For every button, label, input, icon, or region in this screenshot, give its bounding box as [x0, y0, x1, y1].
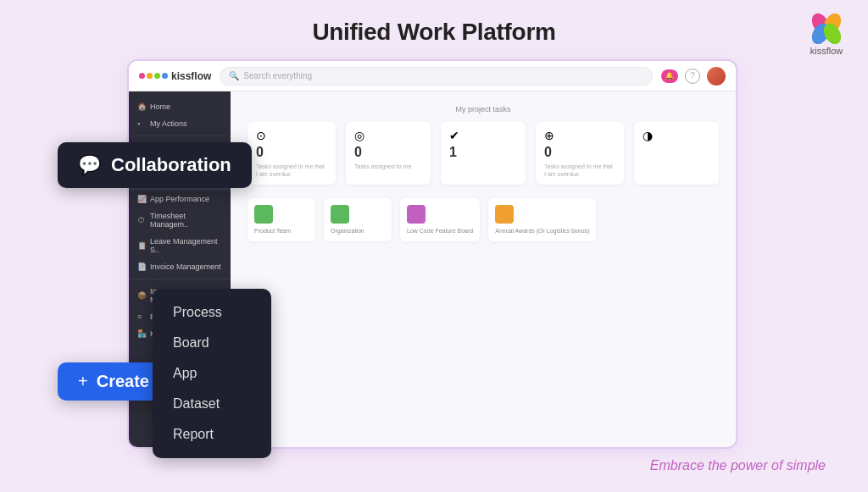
sidebar-item-timesheet[interactable]: ⏱ Timesheet Managem.. [129, 207, 231, 233]
project-card-3[interactable]: Annual Awards (Or Logistics bonus) [488, 198, 596, 241]
dot-red [139, 73, 145, 79]
sidebar-item-invoice-label: Invoice Management [150, 263, 221, 271]
search-placeholder: Search everything [243, 71, 312, 80]
search-icon: 🔍 [229, 71, 239, 80]
sidebar-item-timesheet-label: Timesheet Managem.. [150, 212, 222, 229]
kissflow-logo-corner: kissflow [809, 12, 844, 56]
actions-icon: ▪ [137, 119, 146, 128]
sidebar-item-home-label: Home [150, 102, 170, 111]
browser-logo-text: kissflow [171, 70, 211, 82]
collaboration-icon: 💬 [78, 154, 101, 176]
project-card-label-1: Organization [331, 227, 364, 235]
stat-card-2: ✔ 1 [441, 122, 526, 185]
home-icon: 🏠 [137, 102, 146, 111]
topbar-icons: 🔔 ? [661, 67, 726, 86]
stat-icon-3: ⊕ [544, 129, 615, 142]
projects-row: Product Team Organization Low Code Featu… [248, 198, 719, 241]
sidebar-item-home[interactable]: 🏠 Home [129, 98, 231, 115]
create-menu-item-app[interactable]: App [153, 358, 271, 389]
project-card-0[interactable]: Product Team [248, 198, 315, 241]
project-card-2[interactable]: Low Code Feature Board [400, 198, 480, 241]
stat-label-3: Tasks assigned to me that I am overdue [544, 163, 615, 178]
browser-topbar: kissflow 🔍 Search everything 🔔 ? [129, 61, 736, 91]
dot-blue [162, 73, 168, 79]
perf-icon: 📈 [137, 195, 146, 203]
stats-row: ⊙ 0 Tasks assigned to me that I am overd… [248, 122, 719, 185]
project-card-icon-3 [495, 205, 514, 224]
notification-icon[interactable]: 🔔 [661, 69, 678, 83]
project-card-icon-1 [331, 205, 349, 224]
project-card-label-0: Product Team [254, 227, 291, 235]
create-menu-item-dataset[interactable]: Dataset [153, 389, 271, 419]
collaboration-popup[interactable]: 💬 Collaboration [58, 142, 252, 188]
project-card-icon-2 [407, 205, 426, 224]
create-menu: Process Board App Dataset Report [153, 289, 271, 458]
sidebar-item-appperformance-label: App Performance [150, 195, 209, 203]
sidebar-divider-2 [129, 279, 231, 279]
inventory-icon: 📦 [137, 291, 146, 300]
stat-icon-2: ✔ [449, 129, 517, 142]
project-card-label-2: Low Code Feature Board [407, 227, 473, 235]
dot-yellow [147, 73, 153, 79]
stat-card-1: ◎ 0 Tasks assigned to me [346, 122, 431, 185]
stat-icon-1: ◎ [354, 129, 422, 142]
stat-number-0: 0 [256, 145, 327, 160]
avatar[interactable] [707, 67, 726, 86]
sidebar-item-invoice[interactable]: 📄 Invoice Management [129, 258, 231, 275]
sidebar-item-myactions[interactable]: ▪ My Actions [129, 115, 231, 132]
stat-card-0: ⊙ 0 Tasks assigned to me that I am overd… [248, 122, 336, 185]
sidebar-item-leave-label: Leave Management S.. [150, 237, 222, 254]
stat-label-0: Tasks assigned to me that I am overdue [256, 163, 327, 178]
stat-number-2: 1 [449, 145, 517, 160]
logo-dots [139, 73, 168, 79]
project-section-title: My project tasks [248, 105, 719, 113]
sidebar-item-leave[interactable]: 📋 Leave Management S.. [129, 233, 231, 258]
sidebar-item-myactions-label: My Actions [150, 119, 187, 128]
explore-icon: ≡ [137, 312, 146, 321]
stat-icon-0: ⊙ [256, 129, 327, 142]
search-bar[interactable]: 🔍 Search everything [220, 67, 653, 86]
store-icon: 🏪 [137, 329, 146, 338]
leave-icon: 📋 [137, 241, 146, 250]
create-menu-item-board[interactable]: Board [153, 328, 271, 358]
kissflow-logo-icon [809, 12, 844, 44]
time-icon: ⏱ [137, 216, 146, 224]
stat-number-1: 0 [354, 145, 422, 160]
stat-card-3: ⊕ 0 Tasks assigned to me that I am overd… [536, 122, 624, 185]
browser-logo: kissflow [139, 70, 211, 82]
sidebar-divider [129, 135, 231, 136]
create-label: Create [97, 372, 149, 391]
sidebar-item-appperformance[interactable]: 📈 App Performance [129, 191, 231, 207]
project-card-1[interactable]: Organization [324, 198, 392, 241]
invoice-icon: 📄 [137, 263, 146, 271]
project-card-label-3: Annual Awards (Or Logistics bonus) [495, 227, 589, 235]
plus-icon: + [78, 372, 88, 391]
stat-icon-4: ◑ [643, 129, 710, 142]
collaboration-label: Collaboration [111, 154, 231, 176]
main-content: My project tasks ⊙ 0 Tasks assigned to m… [231, 91, 736, 447]
project-card-icon-0 [254, 205, 273, 224]
help-icon[interactable]: ? [685, 69, 700, 84]
stat-number-3: 0 [544, 145, 615, 160]
tagline: Embrace the power of simple [650, 458, 826, 473]
create-menu-item-report[interactable]: Report [153, 419, 271, 450]
kissflow-logo-text: kissflow [810, 46, 843, 56]
stat-card-4: ◑ [634, 122, 719, 185]
stat-label-1: Tasks assigned to me [354, 163, 422, 170]
dot-green [154, 73, 160, 79]
create-menu-item-process[interactable]: Process [153, 297, 271, 328]
page-title: Unified Work Platform [0, 0, 868, 46]
